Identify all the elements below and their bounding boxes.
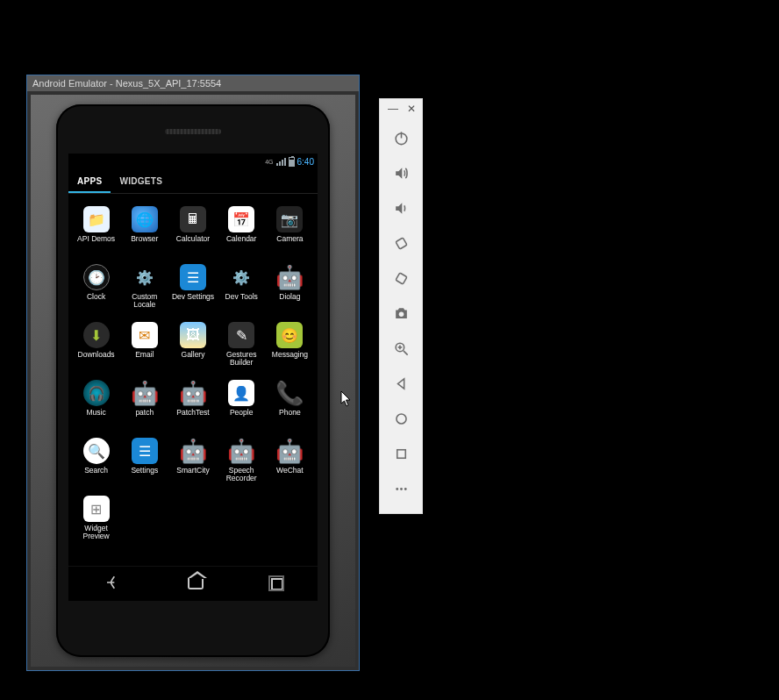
- app-clock[interactable]: 🕑Clock: [72, 262, 120, 320]
- tab-widgets[interactable]: WIDGETS: [111, 169, 171, 193]
- clock-icon: 🕑: [83, 264, 110, 290]
- app-dev-tools[interactable]: ⚙️Dev Tools: [218, 262, 266, 320]
- app-label: Camera: [276, 235, 303, 243]
- app-wechat[interactable]: 🤖WeChat: [266, 436, 314, 494]
- app-label: Speech Recorder: [218, 467, 265, 483]
- nav-back-button[interactable]: [87, 568, 136, 599]
- app-custom-locale[interactable]: ⚙️Custom Locale: [120, 262, 168, 320]
- triangle-back-icon: [393, 375, 410, 392]
- folder-icon: 📁: [83, 206, 110, 232]
- circle-home-icon: [393, 411, 410, 427]
- app-downloads[interactable]: ⬇Downloads: [72, 320, 120, 378]
- clock-text: 6:40: [297, 157, 314, 167]
- screenshot-button[interactable]: [380, 296, 422, 331]
- toolbar-back-button[interactable]: [380, 366, 422, 401]
- tab-widgets-label: WIDGETS: [119, 176, 162, 186]
- toolbar-more-button[interactable]: [380, 471, 422, 506]
- app-camera[interactable]: 📷Camera: [266, 204, 314, 262]
- app-settings[interactable]: ☰Settings: [120, 436, 168, 494]
- app-widget-preview[interactable]: ⊞Widget Preview: [72, 494, 120, 552]
- app-label: SmartCity: [176, 467, 209, 475]
- svg-point-11: [396, 488, 398, 490]
- app-label: patch: [135, 409, 154, 417]
- app-smartcity[interactable]: 🤖SmartCity: [168, 436, 217, 494]
- app-patchtest[interactable]: 🤖PatchTest: [168, 378, 217, 436]
- app-label: Gestures Builder: [218, 351, 265, 368]
- toolbar-overview-button[interactable]: [380, 436, 422, 471]
- people-icon: 👤: [228, 380, 254, 406]
- tab-apps[interactable]: APPS: [68, 169, 111, 193]
- globe-icon: 🌐: [132, 206, 158, 232]
- app-label: Browser: [131, 235, 158, 243]
- app-phone[interactable]: 📞Phone: [266, 378, 314, 436]
- app-gallery[interactable]: 🖼Gallery: [168, 320, 217, 378]
- app-music[interactable]: 🎧Music: [72, 378, 120, 436]
- app-dev-settings[interactable]: ☰Dev Settings: [168, 262, 217, 320]
- phone-icon: 📞: [276, 380, 303, 406]
- rotate-right-button[interactable]: [380, 261, 422, 296]
- mail-icon: ✉: [132, 322, 158, 348]
- zoom-button[interactable]: [380, 331, 422, 366]
- toolbar-home-button[interactable]: [380, 401, 422, 436]
- app-label: Custom Locale: [121, 293, 168, 310]
- nav-recent-button[interactable]: [255, 573, 299, 596]
- emulator-window: Android Emulator - Nexus_5X_API_17:5554 …: [26, 75, 360, 671]
- zoom-icon: [393, 340, 410, 357]
- more-icon: [393, 481, 410, 497]
- app-browser[interactable]: 🌐Browser: [120, 204, 168, 262]
- app-messaging[interactable]: 😊Messaging: [266, 320, 314, 378]
- app-search[interactable]: 🔍Search: [72, 436, 120, 494]
- network-indicator: 4G: [265, 159, 273, 165]
- toolbar-window-controls: — ✕: [380, 103, 422, 120]
- app-label: Downloads: [78, 351, 115, 359]
- gear-icon: ⚙️: [132, 264, 158, 290]
- sliders-icon: ☰: [180, 264, 206, 290]
- svg-point-9: [396, 413, 405, 423]
- app-email[interactable]: ✉Email: [120, 320, 168, 378]
- app-calendar[interactable]: 📅Calendar: [218, 204, 266, 262]
- rotate-right-icon: [393, 270, 410, 287]
- android-icon: 🤖: [276, 438, 303, 464]
- volume-down-button[interactable]: [380, 190, 422, 225]
- gallery-icon: 🖼: [180, 322, 206, 348]
- app-gestures-builder[interactable]: ✎Gestures Builder: [218, 320, 266, 378]
- app-label: PatchTest: [176, 409, 209, 417]
- app-calculator[interactable]: 🖩Calculator: [168, 204, 217, 262]
- app-diolag[interactable]: 🤖Diolag: [266, 262, 314, 320]
- app-label: Email: [135, 351, 154, 359]
- signal-icon: [276, 158, 286, 166]
- app-label: Clock: [87, 293, 105, 301]
- app-api-demos[interactable]: 📁API Demos: [72, 204, 120, 262]
- close-button[interactable]: ✕: [407, 103, 416, 115]
- rotate-left-button[interactable]: [380, 225, 422, 261]
- msg-icon: 😊: [276, 322, 303, 348]
- app-speech-recorder[interactable]: 🤖Speech Recorder: [218, 436, 266, 494]
- earpiece: [165, 129, 221, 134]
- power-button[interactable]: [380, 120, 422, 155]
- battery-icon: [289, 157, 295, 167]
- app-label: WeChat: [276, 467, 304, 475]
- app-label: Music: [86, 409, 105, 417]
- emulator-body: 4G 6:40 APPS WIDGETS 📁API Demos🌐Browser🖩…: [31, 95, 355, 667]
- app-patch[interactable]: 🤖patch: [120, 378, 168, 436]
- app-people[interactable]: 👤People: [218, 378, 266, 436]
- app-label: Phone: [279, 409, 301, 417]
- app-label: Dev Settings: [172, 293, 214, 301]
- app-label: Calculator: [176, 235, 210, 243]
- app-label: Diolag: [279, 293, 300, 301]
- emulator-title: Android Emulator - Nexus_5X_API_17:5554: [32, 78, 221, 89]
- calendar-icon: 📅: [228, 206, 254, 232]
- svg-point-12: [400, 488, 403, 490]
- power-icon: [393, 130, 410, 146]
- emulator-titlebar[interactable]: Android Emulator - Nexus_5X_API_17:5554: [27, 75, 359, 91]
- gesture-icon: ✎: [228, 322, 254, 348]
- android-icon: 🤖: [276, 264, 303, 290]
- app-label: Calendar: [226, 235, 257, 243]
- volume-up-button[interactable]: [380, 155, 422, 190]
- phone-frame: 4G 6:40 APPS WIDGETS 📁API Demos🌐Browser🖩…: [56, 104, 330, 657]
- svg-rect-10: [397, 449, 405, 458]
- svg-line-6: [403, 350, 407, 354]
- minimize-button[interactable]: —: [388, 103, 398, 115]
- nav-home-button[interactable]: [172, 573, 219, 595]
- recent-apps-icon: [271, 578, 283, 590]
